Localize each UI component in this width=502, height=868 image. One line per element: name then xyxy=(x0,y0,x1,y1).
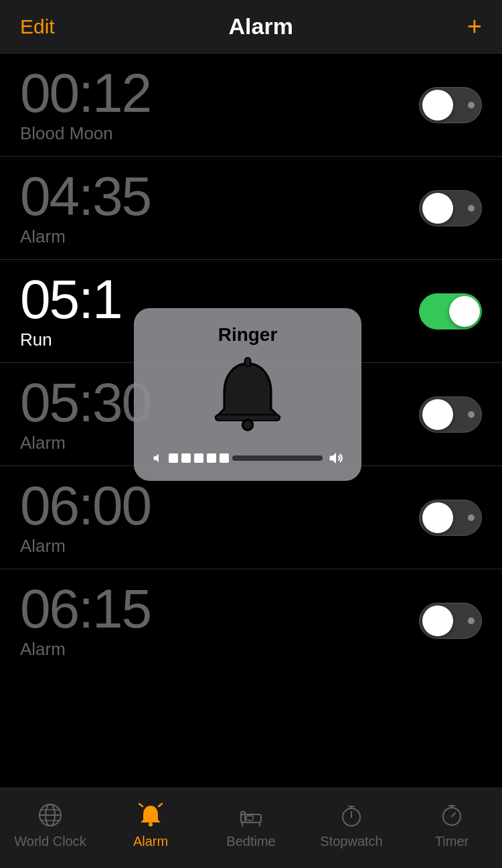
volume-max-icon xyxy=(327,449,345,467)
toggle-knob xyxy=(449,296,480,327)
alarm-info: 06:00 Alarm xyxy=(20,478,151,557)
timer-icon xyxy=(437,800,467,830)
toggle-knob xyxy=(422,399,453,430)
alarm-toggle[interactable] xyxy=(419,500,482,536)
svg-line-12 xyxy=(159,804,162,806)
alarm-label: Alarm xyxy=(20,536,151,557)
alarm-label: Blood Moon xyxy=(20,123,151,144)
tab-world-clock[interactable]: World Clock xyxy=(0,800,100,849)
tab-timer-label: Timer xyxy=(435,834,469,849)
alarm-time: 06:15 xyxy=(20,581,151,636)
page-title: Alarm xyxy=(229,13,293,40)
world-clock-icon xyxy=(35,800,65,830)
alarm-info: 05:30 Alarm xyxy=(20,375,151,453)
volume-track xyxy=(232,455,323,461)
tab-timer[interactable]: Timer xyxy=(402,800,502,849)
alarm-toggle[interactable] xyxy=(419,293,482,330)
svg-rect-14 xyxy=(241,812,245,822)
svg-rect-2 xyxy=(245,358,251,366)
volume-dot xyxy=(220,453,229,463)
svg-point-10 xyxy=(149,822,153,826)
volume-dot xyxy=(207,453,216,463)
alarm-time: 04:35 xyxy=(20,169,151,224)
alarm-item: 06:00 Alarm xyxy=(0,466,502,569)
alarm-label: Alarm xyxy=(20,639,151,660)
tab-bedtime-label: Bedtime xyxy=(226,834,275,849)
alarm-time: 00:12 xyxy=(20,66,151,121)
bedtime-icon xyxy=(236,800,266,830)
alarm-time: 06:00 xyxy=(20,478,151,533)
toggle-knob xyxy=(422,502,453,533)
volume-min-icon xyxy=(150,451,165,465)
volume-dot xyxy=(194,453,203,463)
toggle-knob xyxy=(422,193,453,224)
header: Edit Alarm + xyxy=(0,0,502,54)
toggle-dot xyxy=(468,411,475,418)
alarm-toggle[interactable] xyxy=(419,603,482,639)
alarm-label: Alarm xyxy=(20,433,151,453)
alarm-item: 06:15 Alarm xyxy=(0,569,502,672)
tab-alarm[interactable]: Alarm xyxy=(100,800,201,849)
alarm-time: 05:30 xyxy=(20,375,151,430)
tab-stopwatch[interactable]: Stopwatch xyxy=(301,800,402,849)
toggle-dot xyxy=(468,102,475,108)
tab-world-clock-label: World Clock xyxy=(14,834,86,849)
alarm-info: 05:1 Run xyxy=(20,272,122,350)
volume-dot xyxy=(169,453,178,463)
alarm-label: Alarm xyxy=(20,226,151,247)
alarm-toggle[interactable] xyxy=(419,87,482,123)
alarm-label: Run xyxy=(20,330,122,350)
alarm-info: 06:15 Alarm xyxy=(20,581,151,660)
alarm-icon xyxy=(136,800,165,830)
toggle-dot xyxy=(468,514,475,521)
alarm-info: 04:35 Alarm xyxy=(20,169,151,247)
svg-line-11 xyxy=(139,804,143,806)
svg-marker-4 xyxy=(330,453,336,463)
alarm-info: 00:12 Blood Moon xyxy=(20,66,151,144)
edit-button[interactable]: Edit xyxy=(20,15,55,38)
svg-marker-3 xyxy=(154,454,159,463)
volume-dot xyxy=(181,453,191,463)
ringer-title: Ringer xyxy=(218,324,278,346)
tab-bar: World Clock Alarm xyxy=(0,788,502,868)
tab-alarm-label: Alarm xyxy=(133,834,168,849)
toggle-dot xyxy=(468,618,475,624)
alarm-item: 00:12 Blood Moon xyxy=(0,54,502,157)
stopwatch-icon xyxy=(337,800,366,830)
tab-stopwatch-label: Stopwatch xyxy=(320,834,382,849)
svg-point-1 xyxy=(242,420,252,430)
alarm-time: 05:1 xyxy=(20,272,122,327)
alarm-toggle[interactable] xyxy=(419,396,482,433)
ringer-bell-icon xyxy=(207,356,288,437)
toggle-dot xyxy=(468,205,475,212)
ringer-overlay: Ringer xyxy=(134,308,361,481)
svg-rect-15 xyxy=(246,816,253,820)
alarm-item: 04:35 Alarm xyxy=(0,157,502,260)
toggle-knob xyxy=(422,90,453,121)
tab-bedtime[interactable]: Bedtime xyxy=(201,800,301,849)
svg-line-23 xyxy=(452,813,455,816)
toggle-knob xyxy=(422,605,453,636)
alarm-toggle[interactable] xyxy=(419,190,482,226)
add-alarm-button[interactable]: + xyxy=(467,12,482,41)
